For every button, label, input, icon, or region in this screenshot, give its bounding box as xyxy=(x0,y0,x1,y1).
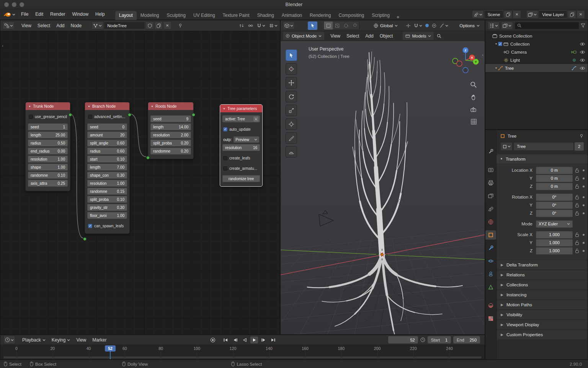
outliner-item-scene-collection[interactable]: Scene Collection xyxy=(485,32,588,40)
node-socket[interactable] xyxy=(69,113,72,117)
orthographic-toggle-icon[interactable] xyxy=(469,117,478,126)
animate-dot[interactable] xyxy=(583,212,585,214)
new-node-tree-button[interactable] xyxy=(154,21,163,30)
unlink-scene-button[interactable]: ✕ xyxy=(513,10,521,18)
node-header[interactable]: ▼Trunk Node xyxy=(26,102,70,110)
node-param-amount[interactable]: amount20 xyxy=(87,131,127,138)
transform-value-field[interactable]: 0 m xyxy=(536,175,573,182)
view-layer-browse-button[interactable] xyxy=(526,10,538,18)
camera-view-icon[interactable] xyxy=(469,105,478,114)
remove-view-layer-button[interactable]: ✕ xyxy=(577,10,585,18)
region-collapse-arrow[interactable]: ‹ xyxy=(482,53,483,57)
timeline-menu-marker[interactable]: Marker xyxy=(89,337,109,343)
active-collection-dropdown[interactable]: Models xyxy=(403,32,434,40)
workspace-tab-uv-editing[interactable]: UV Editing xyxy=(189,11,219,20)
transform-value-field[interactable]: 0° xyxy=(536,202,573,209)
new-view-layer-button[interactable] xyxy=(568,10,576,18)
transform-orientation-dropdown[interactable]: Global xyxy=(371,21,400,30)
node-param-floor-avoi[interactable]: floor_avoi1.00 xyxy=(87,212,127,219)
node-param-radius[interactable]: radius0.50 xyxy=(28,140,68,146)
node-param-end-radius[interactable]: end_radius0.00 xyxy=(28,148,68,154)
viewport-menu-object[interactable]: Object xyxy=(377,33,396,39)
editor-type-selector[interactable] xyxy=(3,21,15,30)
node-header[interactable]: ▼Tree parameters xyxy=(220,105,262,112)
properties-tab-material[interactable] xyxy=(485,301,496,310)
checkbox-icon[interactable]: ✓ xyxy=(223,127,227,131)
scene-browse-button[interactable] xyxy=(472,10,484,18)
properties-tab-view-layer[interactable] xyxy=(485,191,496,200)
node-trunk-node[interactable]: ▼Trunk Nodeuse_grease_pencilseed1length2… xyxy=(25,102,70,191)
checkbox-icon[interactable] xyxy=(223,156,227,160)
node-field-active-tree[interactable]: active: Treex xyxy=(222,115,260,122)
outliner-item-tree[interactable]: ▾Tree xyxy=(485,64,588,72)
node-param-start[interactable]: start0.10 xyxy=(87,156,127,163)
node-param-length[interactable]: length7.00 xyxy=(87,164,127,171)
workspace-tab-rendering[interactable]: Rendering xyxy=(306,11,335,20)
editor-type-selector[interactable] xyxy=(488,21,500,30)
viewport-canvas[interactable]: User Perspective (52) Collection | Tree … xyxy=(281,41,485,334)
node-checkbox-auto-update[interactable]: ✓auto_update xyxy=(222,126,260,133)
transform-value-field[interactable]: 1.000 xyxy=(536,231,573,238)
animate-dot[interactable] xyxy=(583,186,585,187)
properties-tab-output[interactable] xyxy=(485,178,496,187)
lock-icon[interactable] xyxy=(575,203,579,208)
tool-scale[interactable] xyxy=(286,105,297,116)
node-tree-parameters[interactable]: ▼Tree parametersactive: Treex✓auto_updat… xyxy=(220,104,263,187)
node-param-split-proba[interactable]: split_proba0.10 xyxy=(87,196,127,203)
active-tool-button[interactable] xyxy=(308,21,317,30)
node-param-length[interactable]: length25.00 xyxy=(28,131,68,138)
search-icon[interactable] xyxy=(437,34,441,38)
timeline-menu-keying[interactable]: Keying xyxy=(49,337,74,343)
pan-hand-icon[interactable] xyxy=(469,92,478,102)
workspace-tab-compositing[interactable]: Compositing xyxy=(335,11,368,20)
eye-icon[interactable] xyxy=(580,58,585,62)
node-editor-menu-add[interactable]: Add xyxy=(53,23,67,28)
select-mode-circle[interactable] xyxy=(341,21,350,30)
next-keyframe-button[interactable] xyxy=(260,337,268,343)
node-button-randomize-tree[interactable]: randomize tree xyxy=(222,175,260,182)
snapping-control[interactable] xyxy=(257,23,265,28)
expander-icon[interactable]: ▾ xyxy=(494,66,498,70)
playhead[interactable]: 52 xyxy=(105,345,116,359)
checkbox-icon[interactable]: ✓ xyxy=(88,224,92,228)
properties-tab-constraints[interactable] xyxy=(485,269,496,279)
frame-start-field[interactable]: Start1 xyxy=(428,336,451,343)
lock-icon[interactable] xyxy=(575,176,579,181)
lock-icon[interactable] xyxy=(575,211,579,216)
node-param-radius[interactable]: radius0.60 xyxy=(87,148,127,154)
object-browse-button[interactable] xyxy=(500,142,513,151)
hide-toggle[interactable] xyxy=(580,58,585,62)
overlays-control[interactable] xyxy=(269,23,278,28)
node-param-randomne[interactable]: randomne0.15 xyxy=(87,188,127,195)
animate-dot[interactable] xyxy=(583,250,585,252)
node-param-split-angle[interactable]: split_angle0.60 xyxy=(87,140,127,146)
node-param-split-proba[interactable]: split_proba0.20 xyxy=(150,140,191,146)
workspace-tab-shading[interactable]: Shading xyxy=(253,11,278,20)
hide-toggle[interactable] xyxy=(580,42,585,46)
panel-motion-paths[interactable]: ▶Motion Paths xyxy=(497,300,587,309)
node-param-resolution[interactable]: resolution1.00 xyxy=(87,180,127,187)
frame-end-field[interactable]: End250 xyxy=(453,336,480,343)
viewport-menu-add[interactable]: Add xyxy=(362,33,376,39)
node-header[interactable]: ▼Branch Node xyxy=(85,102,129,110)
menu-render[interactable]: Render xyxy=(47,9,69,20)
panel-visibility[interactable]: ▶Visibility xyxy=(497,310,587,319)
node-dropdown-outp[interactable]: outp:Preview xyxy=(222,136,260,143)
properties-tab-render[interactable] xyxy=(485,165,496,174)
panel-relations[interactable]: ▶Relations xyxy=(497,270,587,279)
select-mode-box[interactable] xyxy=(333,21,341,30)
checkbox-icon[interactable] xyxy=(88,115,92,119)
navigation-gizmo[interactable]: Z X Y xyxy=(451,46,480,75)
node-editor-menu-node[interactable]: Node xyxy=(68,23,85,28)
panel-instancing[interactable]: ▶Instancing xyxy=(497,290,587,299)
node-param-seed[interactable]: seed0 xyxy=(87,123,127,130)
node-socket[interactable] xyxy=(192,113,195,117)
viewport-menu-view[interactable]: View xyxy=(327,33,343,39)
transform-value-field[interactable]: 1.000 xyxy=(536,239,573,246)
users-count-badge[interactable]: 2 xyxy=(575,142,584,151)
tool-cursor[interactable] xyxy=(286,63,297,75)
node-param-shape-con[interactable]: shape_con0.30 xyxy=(87,172,127,179)
properties-tab-scene[interactable] xyxy=(485,204,496,214)
unlink-node-tree-button[interactable]: ✕ xyxy=(163,21,172,30)
expander-icon[interactable]: ▾ xyxy=(494,42,498,46)
